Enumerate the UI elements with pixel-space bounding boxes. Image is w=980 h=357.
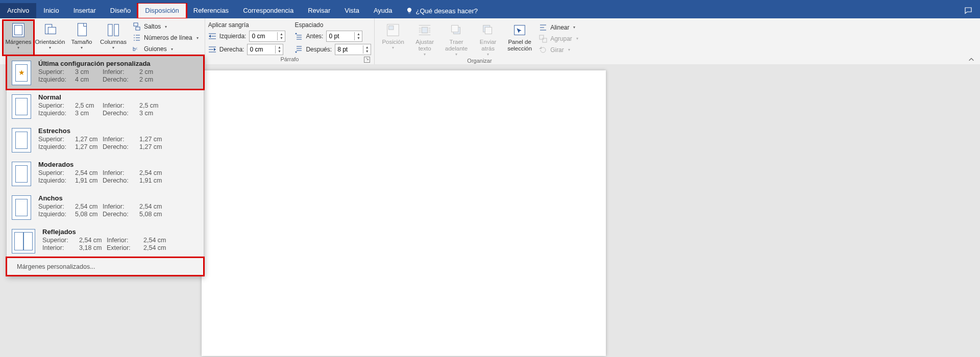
paragraph-dialog-launcher[interactable]: ↘ [364,57,370,63]
margins-option-3[interactable]: ModeradosSuperior:2,54 cmInferior:2,54 c… [7,157,204,190]
tab-correspondencia[interactable]: Correspondencia [236,3,301,18]
spacing-before-input[interactable]: ▲▼ [326,31,362,42]
group-label-arrange: Organizar [378,57,581,65]
tab-diseño[interactable]: Diseño [103,3,138,18]
margins-preview-icon [12,61,31,85]
indent-left-field: Izquierda: ▲▼ [208,31,286,42]
margin-value: 2,5 cm [139,102,167,109]
margins-option-title: Estrechos [38,127,199,135]
margin-value: 5,08 cm [75,211,103,218]
margin-value: 1,27 cm [139,136,167,143]
bring-forward-button: Traer adelante▾ [441,20,472,57]
margins-option-title: Última configuración personalizada [38,60,199,67]
margin-label: Izquierdo: [38,110,75,117]
margin-value: 2,54 cm [139,203,167,210]
margin-value: 3 cm [75,110,103,117]
margins-preview-icon [12,94,31,119]
breaks-icon [133,22,141,31]
spacing-header: Espaciado [295,21,371,29]
orientation-button[interactable]: Orientación ▾ [35,20,65,55]
margins-preview-icon [12,128,31,152]
align-button[interactable]: Alinear▾ [536,22,581,33]
margins-option-1[interactable]: NormalSuperior:2,5 cmInferior:2,5 cmIzqu… [7,89,204,123]
margin-value: 1,27 cm [75,136,103,143]
margins-preview-icon [12,229,35,253]
margin-label: Izquierdo: [38,177,75,184]
indent-left-icon [208,32,216,40]
send-backward-icon [480,22,496,38]
margin-label: Izquierdo: [38,211,75,218]
align-icon [539,23,547,32]
chevron-up-icon [968,56,975,63]
margins-option-title: Moderados [38,161,199,168]
margin-label: Inferior: [103,169,139,176]
hyphenation-button[interactable]: bᶜ Guiones▾ [130,44,202,54]
rotate-button: Girar▾ [536,45,581,55]
indent-right-input[interactable]: ▲▼ [247,44,283,55]
group-arrange: Posición▾ Ajustar texto▾ Traer adelante▾… [375,18,584,64]
tab-vista[interactable]: Vista [337,3,366,18]
custom-margins-item[interactable]: Márgenes personalizados... [7,258,204,275]
indent-header: Aplicar sangría [208,21,286,29]
document-page[interactable] [202,70,606,356]
svg-rect-3 [48,27,56,34]
margin-value: 1,27 cm [75,143,103,150]
tab-inicio[interactable]: Inicio [36,3,66,18]
spacing-after-icon [295,45,303,54]
margins-option-5[interactable]: ReflejadosSuperior:2,54 cmInferior:2,54 … [7,224,204,258]
margins-icon [10,22,27,38]
position-icon [385,22,401,38]
margin-label: Inferior: [107,237,143,244]
size-button[interactable]: Tamaño ▾ [66,20,97,55]
margin-label: Derecho: [103,143,139,150]
svg-rect-5 [108,24,112,36]
margin-label: Inferior: [103,68,139,75]
svg-rect-8 [136,27,140,30]
margin-value: 3 cm [75,68,103,75]
svg-rect-4 [78,23,87,36]
wrap-text-icon [416,22,433,38]
comments-button[interactable] [957,3,980,18]
collapse-ribbon-button[interactable] [968,56,975,63]
margin-value: 2,54 cm [75,169,103,176]
margins-option-2[interactable]: EstrechosSuperior:1,27 cmInferior:1,27 c… [7,123,204,157]
margin-label: Inferior: [103,102,139,109]
columns-button[interactable]: Columnas ▾ [98,20,129,55]
send-backward-button: Enviar atrás▾ [473,20,503,57]
line-numbers-button[interactable]: Números de línea▾ [130,33,202,43]
spacing-after-input[interactable]: ▲▼ [335,44,371,55]
breaks-button[interactable]: Saltos▾ [130,21,202,32]
margins-preview-icon [12,195,31,220]
ribbon-tabs: Archivo InicioInsertarDiseñoDisposiciónR… [0,3,980,18]
group-paragraph: Aplicar sangría Espaciado Izquierda: ▲▼ … [205,18,375,64]
margin-label: Derecho: [103,211,139,218]
margin-label: Exterior: [107,244,143,251]
tell-me-search[interactable]: ¿Qué deseas hacer? [400,3,484,18]
margin-label: Superior: [38,102,75,109]
margins-option-title: Reflejados [42,228,199,236]
margin-value: 2,54 cm [143,244,171,251]
margins-option-4[interactable]: AnchosSuperior:2,54 cmInferior:2,54 cmIz… [7,190,204,224]
margin-label: Izquierdo: [38,76,75,83]
margin-label: Superior: [38,136,75,143]
tab-insertar[interactable]: Insertar [66,3,103,18]
svg-rect-11 [389,26,394,30]
tab-revisar[interactable]: Revisar [301,3,337,18]
columns-icon [105,22,121,38]
position-button: Posición▾ [378,20,408,57]
margin-label: Izquierdo: [38,143,75,150]
selection-pane-button[interactable]: Panel de selección [504,20,535,57]
indent-right-icon [208,45,216,54]
indent-left-input[interactable]: ▲▼ [249,31,285,42]
margins-option-0[interactable]: Última configuración personalizadaSuperi… [7,56,204,89]
chevron-down-icon: ▾ [49,45,51,50]
tab-file[interactable]: Archivo [0,3,36,18]
svg-rect-6 [114,24,118,36]
tab-disposición[interactable]: Disposición [138,3,186,18]
margins-button[interactable]: Márgenes ▾ [3,20,34,55]
margin-label: Derecho: [103,110,139,117]
tab-ayuda[interactable]: Ayuda [366,3,400,18]
indent-right-field: Derecha: ▲▼ [208,44,286,55]
svg-rect-14 [452,26,458,32]
tab-referencias[interactable]: Referencias [186,3,236,18]
